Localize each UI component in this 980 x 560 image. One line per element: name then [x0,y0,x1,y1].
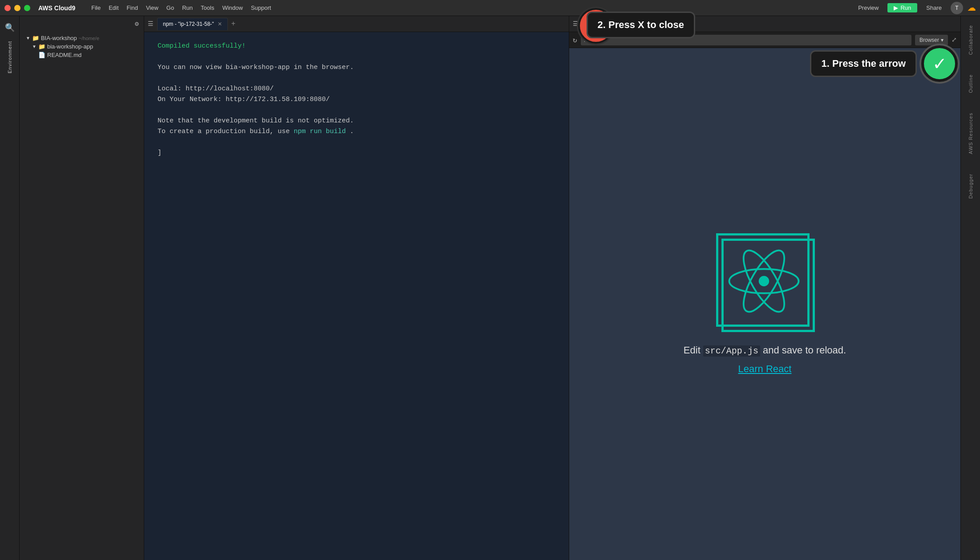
production-note-end: . [350,128,354,135]
left-sidebar-icons: 🔍 Environment [0,16,20,560]
dev-build-note: Note that the development build is not o… [158,117,354,125]
file-icon: 📄 [38,52,45,58]
production-note: To create a production build, use [158,128,294,135]
tree-item-bia-workshop-app[interactable]: ▼ 📁 bia-workshop-app [20,42,144,51]
right-sidebar-outline[interactable]: Outline [966,65,976,102]
subfolder-arrow-icon: ▼ [32,44,36,49]
sidebar-icon-search[interactable]: 🔍 [2,20,18,36]
cursor-line: ] [158,149,162,157]
terminal-content: Compiled successfully! You can now view … [144,32,569,560]
tree-item-bia-workshop[interactable]: ▼ 📁 BIA-workshop ~/home/e [20,34,144,42]
terminal-tab-close[interactable]: ✕ [218,21,222,27]
menu-edit[interactable]: Edit [105,3,122,13]
window-close[interactable] [4,5,11,11]
tree-item-readme[interactable]: 📄 README.md [20,51,144,59]
browser-label: Browser [919,37,939,43]
folder-label: BIA-workshop [41,35,77,41]
menu-file[interactable]: File [88,3,104,13]
right-sidebar: Collaborate Outline AWS Resources Debugg… [960,16,980,560]
run-button[interactable]: ▶ Run [887,3,917,12]
local-url-text: Local: http://localhost:8080/ [158,85,274,93]
react-logo [716,233,814,331]
folder-arrow-icon: ▼ [26,36,30,41]
title-bar-right: Preview ▶ Run Share T ☁ [854,2,976,14]
view-app-text: You can now view bia-workshop-app in the… [158,64,354,71]
browser-panel: ☰ [B] https://38c8dc1c" ✕ ✕ ↻ Browser ▾ … [569,16,960,560]
green-checkmark-circle: ✓ [921,45,958,82]
maximize-button[interactable]: ⤢ [952,36,957,44]
react-tagline: Edit src/App.js and save to reload. [684,345,846,356]
right-sidebar-debugger[interactable]: Debugger [966,165,976,207]
menu-run[interactable]: Run [178,3,196,13]
right-sidebar-collaborate[interactable]: Collaborate [966,16,976,64]
press-arrow-badge: 1. Press the arrow [810,50,917,77]
sidebar-icon-environment[interactable]: Environment [2,37,18,77]
window-maximize[interactable] [24,5,30,11]
add-tab-button[interactable]: + [230,20,238,28]
subfolder-label: bia-workshop-app [47,43,93,50]
browser-dropdown-button[interactable]: Browser ▾ [915,35,948,45]
explorer-content: ▼ 📁 BIA-workshop ~/home/e ▼ 📁 bia-worksh… [20,32,144,560]
right-sidebar-aws-resources[interactable]: AWS Resources [966,104,976,163]
menu-window[interactable]: Window [219,3,246,13]
terminal-area: ☰ npm - "ip-172-31-58-" ✕ + Compiled suc… [144,16,569,560]
explorer-settings-icon[interactable]: ⚙ [134,21,139,27]
menu-find[interactable]: Find [123,3,142,13]
tagline-rest: and save to reload. [763,345,846,356]
folder-path: ~/home/e [79,36,99,41]
tab-list-icon: ☰ [148,20,154,28]
menu-tools[interactable]: Tools [197,3,218,13]
npm-run-build: npm run build [294,128,346,135]
explorer-header: ⚙ [20,16,144,32]
window-minimize[interactable] [14,5,20,11]
file-label: README.md [47,52,81,58]
menu-go[interactable]: Go [163,3,178,13]
aws-cloud9-icon: ☁ [968,3,976,13]
src-app-js: src/App.js [703,345,760,357]
reload-button[interactable]: ↻ [573,36,577,45]
terminal-tab[interactable]: npm - "ip-172-31-58-" ✕ [157,18,228,30]
preview-button[interactable]: Preview [854,3,883,12]
folder-icon: 📁 [32,35,39,41]
play-icon: ▶ [894,4,898,11]
share-button[interactable]: Share [922,3,946,12]
svg-point-3 [758,276,769,286]
menu-bar: File Edit Find View Go Run Tools Window … [88,3,275,13]
subfolder-icon: 📁 [38,43,45,50]
react-atom-svg [721,238,807,325]
compiled-success-text: Compiled successfully! [158,42,246,50]
react-text: Edit src/App.js and save to reload. Lear… [684,345,846,375]
user-avatar: T [951,2,963,14]
chevron-down-icon: ▾ [941,37,944,43]
terminal-tab-bar: ☰ npm - "ip-172-31-58-" ✕ + [144,16,569,32]
learn-react-link[interactable]: Learn React [738,363,792,374]
app-name: AWS Cloud9 [38,4,75,12]
file-explorer: ⚙ ▼ 📁 BIA-workshop ~/home/e ▼ 📁 bia-work… [20,16,144,560]
main-layout: 🔍 Environment ⚙ ▼ 📁 BIA-workshop ~/home/… [0,16,980,560]
press-arrow-annotation: 1. Press the arrow ✓ [810,45,958,82]
menu-support[interactable]: Support [247,3,275,13]
title-bar: AWS Cloud9 File Edit Find View Go Run To… [0,0,980,16]
press-x-badge: 2. Press X to close [587,12,695,38]
title-bar-left: AWS Cloud9 File Edit Find View Go Run To… [4,3,275,13]
press-x-annotation: 2. Press X to close [587,12,695,38]
menu-view[interactable]: View [142,3,162,13]
terminal-tab-label: npm - "ip-172-31-58-" [163,21,214,27]
browser-content: Edit src/App.js and save to reload. Lear… [569,48,960,560]
network-url-text: On Your Network: http://172.31.58.109:80… [158,96,330,103]
